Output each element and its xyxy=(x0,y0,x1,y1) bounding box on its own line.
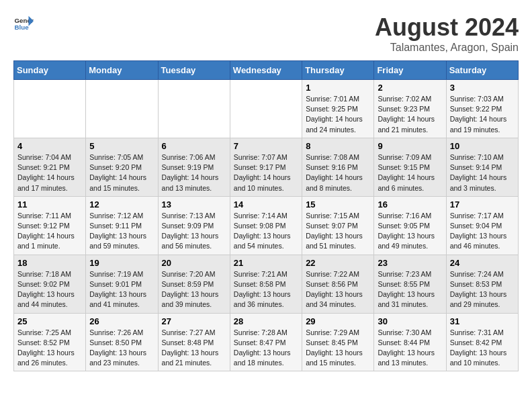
calendar-cell: 24Sunrise: 7:24 AM Sunset: 8:53 PM Dayli… xyxy=(446,255,518,313)
day-info: Sunrise: 7:10 AM Sunset: 9:14 PM Dayligh… xyxy=(450,152,515,193)
day-info: Sunrise: 7:24 AM Sunset: 8:53 PM Dayligh… xyxy=(450,269,515,310)
title-block: August 2024 Talamantes, Aragon, Spain xyxy=(375,13,519,54)
calendar-cell: 4Sunrise: 7:04 AM Sunset: 9:21 PM Daylig… xyxy=(14,138,86,196)
calendar-cell: 15Sunrise: 7:15 AM Sunset: 9:07 PM Dayli… xyxy=(302,196,374,255)
calendar-cell: 21Sunrise: 7:21 AM Sunset: 8:58 PM Dayli… xyxy=(230,255,302,313)
day-number: 15 xyxy=(306,199,370,210)
calendar-cell: 12Sunrise: 7:12 AM Sunset: 9:11 PM Dayli… xyxy=(86,196,158,255)
day-number: 26 xyxy=(89,316,154,326)
calendar-cell xyxy=(230,80,302,138)
day-number: 14 xyxy=(234,199,298,210)
calendar-cell: 30Sunrise: 7:30 AM Sunset: 8:44 PM Dayli… xyxy=(374,313,446,371)
day-info: Sunrise: 7:13 AM Sunset: 9:09 PM Dayligh… xyxy=(162,211,226,252)
column-header-monday: Monday xyxy=(86,61,158,80)
calendar-cell xyxy=(86,80,158,138)
day-info: Sunrise: 7:15 AM Sunset: 9:07 PM Dayligh… xyxy=(306,211,370,252)
day-info: Sunrise: 7:03 AM Sunset: 9:22 PM Dayligh… xyxy=(450,94,515,135)
calendar-cell: 29Sunrise: 7:29 AM Sunset: 8:45 PM Dayli… xyxy=(302,313,374,371)
day-number: 31 xyxy=(450,316,515,326)
calendar-cell: 11Sunrise: 7:11 AM Sunset: 9:12 PM Dayli… xyxy=(14,196,86,255)
day-info: Sunrise: 7:21 AM Sunset: 8:58 PM Dayligh… xyxy=(234,269,298,310)
calendar-cell: 18Sunrise: 7:18 AM Sunset: 9:02 PM Dayli… xyxy=(14,255,86,313)
day-info: Sunrise: 7:27 AM Sunset: 8:48 PM Dayligh… xyxy=(162,328,226,369)
calendar-cell: 19Sunrise: 7:19 AM Sunset: 9:01 PM Dayli… xyxy=(86,255,158,313)
calendar-cell: 27Sunrise: 7:27 AM Sunset: 8:48 PM Dayli… xyxy=(158,313,230,371)
day-info: Sunrise: 7:18 AM Sunset: 9:02 PM Dayligh… xyxy=(17,269,82,310)
day-number: 7 xyxy=(234,141,298,151)
calendar-cell: 1Sunrise: 7:01 AM Sunset: 9:25 PM Daylig… xyxy=(302,80,374,138)
day-info: Sunrise: 7:12 AM Sunset: 9:11 PM Dayligh… xyxy=(89,211,154,252)
column-header-wednesday: Wednesday xyxy=(230,61,302,80)
day-info: Sunrise: 7:19 AM Sunset: 9:01 PM Dayligh… xyxy=(89,269,154,310)
day-number: 12 xyxy=(89,199,154,210)
day-info: Sunrise: 7:09 AM Sunset: 9:15 PM Dayligh… xyxy=(378,152,442,193)
day-info: Sunrise: 7:23 AM Sunset: 8:55 PM Dayligh… xyxy=(378,269,442,310)
header: General Blue August 2024 Talamantes, Ara… xyxy=(13,13,519,54)
day-number: 29 xyxy=(306,316,370,326)
day-number: 3 xyxy=(450,83,515,93)
day-number: 18 xyxy=(17,258,82,268)
day-number: 28 xyxy=(234,316,298,326)
day-info: Sunrise: 7:06 AM Sunset: 9:19 PM Dayligh… xyxy=(162,152,226,193)
day-info: Sunrise: 7:08 AM Sunset: 9:16 PM Dayligh… xyxy=(306,152,370,193)
calendar-cell: 25Sunrise: 7:25 AM Sunset: 8:52 PM Dayli… xyxy=(14,313,86,371)
day-number: 27 xyxy=(162,316,226,326)
day-number: 19 xyxy=(89,258,154,268)
calendar-cell: 31Sunrise: 7:31 AM Sunset: 8:42 PM Dayli… xyxy=(446,313,518,371)
calendar-cell: 2Sunrise: 7:02 AM Sunset: 9:23 PM Daylig… xyxy=(374,80,446,138)
calendar-cell: 28Sunrise: 7:28 AM Sunset: 8:47 PM Dayli… xyxy=(230,313,302,371)
calendar-cell: 8Sunrise: 7:08 AM Sunset: 9:16 PM Daylig… xyxy=(302,138,374,196)
day-info: Sunrise: 7:04 AM Sunset: 9:21 PM Dayligh… xyxy=(17,152,82,193)
day-number: 20 xyxy=(162,258,226,268)
week-row-3: 11Sunrise: 7:11 AM Sunset: 9:12 PM Dayli… xyxy=(14,196,519,255)
column-header-sunday: Sunday xyxy=(14,61,86,80)
day-number: 11 xyxy=(17,199,82,210)
day-number: 21 xyxy=(234,258,298,268)
day-number: 9 xyxy=(378,141,442,151)
day-number: 1 xyxy=(306,83,370,93)
svg-text:Blue: Blue xyxy=(15,24,30,31)
day-number: 25 xyxy=(17,316,82,326)
day-info: Sunrise: 7:30 AM Sunset: 8:44 PM Dayligh… xyxy=(378,328,442,369)
day-info: Sunrise: 7:25 AM Sunset: 8:52 PM Dayligh… xyxy=(17,328,82,369)
calendar-table: SundayMondayTuesdayWednesdayThursdayFrid… xyxy=(13,60,519,371)
column-header-friday: Friday xyxy=(374,61,446,80)
day-info: Sunrise: 7:29 AM Sunset: 8:45 PM Dayligh… xyxy=(306,328,370,369)
day-info: Sunrise: 7:02 AM Sunset: 9:23 PM Dayligh… xyxy=(378,94,442,135)
day-number: 17 xyxy=(450,199,515,210)
calendar-cell: 10Sunrise: 7:10 AM Sunset: 9:14 PM Dayli… xyxy=(446,138,518,196)
day-info: Sunrise: 7:17 AM Sunset: 9:04 PM Dayligh… xyxy=(450,211,515,252)
day-info: Sunrise: 7:26 AM Sunset: 8:50 PM Dayligh… xyxy=(89,328,154,369)
day-info: Sunrise: 7:07 AM Sunset: 9:17 PM Dayligh… xyxy=(234,152,298,193)
calendar-cell: 26Sunrise: 7:26 AM Sunset: 8:50 PM Dayli… xyxy=(86,313,158,371)
week-row-5: 25Sunrise: 7:25 AM Sunset: 8:52 PM Dayli… xyxy=(14,313,519,371)
calendar-cell: 13Sunrise: 7:13 AM Sunset: 9:09 PM Dayli… xyxy=(158,196,230,255)
day-info: Sunrise: 7:16 AM Sunset: 9:05 PM Dayligh… xyxy=(378,211,442,252)
day-number: 22 xyxy=(306,258,370,268)
calendar-cell: 22Sunrise: 7:22 AM Sunset: 8:56 PM Dayli… xyxy=(302,255,374,313)
column-header-tuesday: Tuesday xyxy=(158,61,230,80)
day-number: 16 xyxy=(378,199,442,210)
calendar-cell: 3Sunrise: 7:03 AM Sunset: 9:22 PM Daylig… xyxy=(446,80,518,138)
day-info: Sunrise: 7:22 AM Sunset: 8:56 PM Dayligh… xyxy=(306,269,370,310)
day-info: Sunrise: 7:28 AM Sunset: 8:47 PM Dayligh… xyxy=(234,328,298,369)
day-number: 30 xyxy=(378,316,442,326)
day-info: Sunrise: 7:05 AM Sunset: 9:20 PM Dayligh… xyxy=(89,152,154,193)
day-number: 23 xyxy=(378,258,442,268)
week-row-2: 4Sunrise: 7:04 AM Sunset: 9:21 PM Daylig… xyxy=(14,138,519,196)
logo-icon: General Blue xyxy=(13,13,34,34)
main-title: August 2024 xyxy=(375,13,519,42)
day-number: 13 xyxy=(162,199,226,210)
calendar-cell: 5Sunrise: 7:05 AM Sunset: 9:20 PM Daylig… xyxy=(86,138,158,196)
header-row: SundayMondayTuesdayWednesdayThursdayFrid… xyxy=(14,61,519,80)
calendar-cell: 16Sunrise: 7:16 AM Sunset: 9:05 PM Dayli… xyxy=(374,196,446,255)
day-info: Sunrise: 7:20 AM Sunset: 8:59 PM Dayligh… xyxy=(162,269,226,310)
calendar-cell: 23Sunrise: 7:23 AM Sunset: 8:55 PM Dayli… xyxy=(374,255,446,313)
day-number: 4 xyxy=(17,141,82,151)
logo: General Blue xyxy=(13,13,34,34)
day-info: Sunrise: 7:01 AM Sunset: 9:25 PM Dayligh… xyxy=(306,94,370,135)
column-header-saturday: Saturday xyxy=(446,61,518,80)
calendar-cell: 6Sunrise: 7:06 AM Sunset: 9:19 PM Daylig… xyxy=(158,138,230,196)
day-number: 6 xyxy=(162,141,226,151)
day-info: Sunrise: 7:31 AM Sunset: 8:42 PM Dayligh… xyxy=(450,328,515,369)
